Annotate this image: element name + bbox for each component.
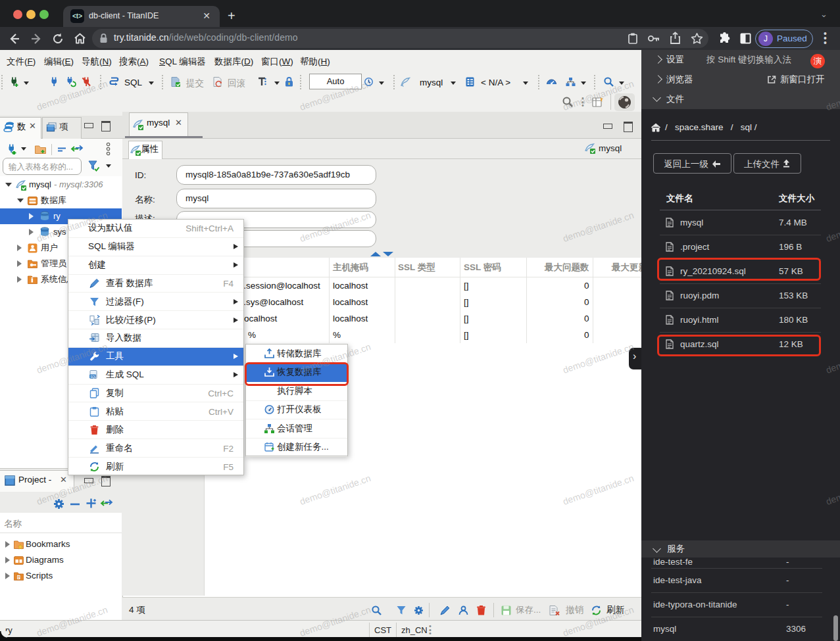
svg-text:SQL: SQL xyxy=(90,375,97,379)
